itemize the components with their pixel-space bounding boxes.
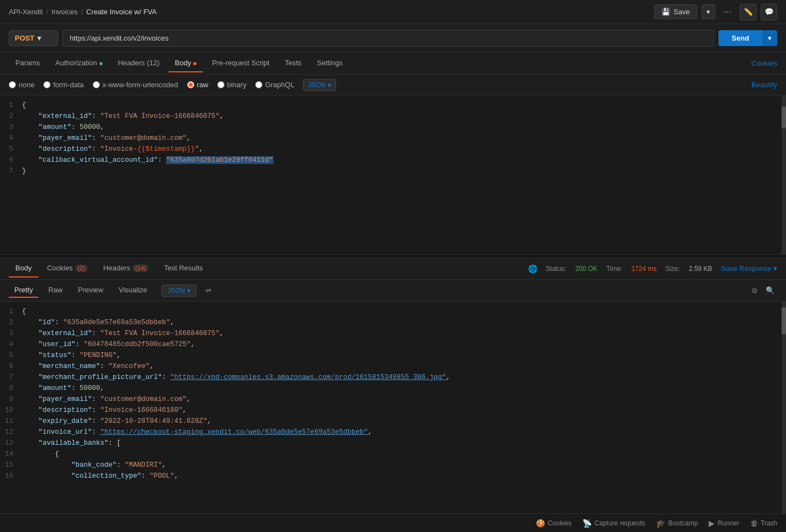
response-line-2: 2 "id": "635a0de5e57e69a53e5dbbeb",	[0, 317, 786, 328]
response-json-chevron-icon: ▾	[187, 287, 190, 295]
send-chevron-button[interactable]: ▾	[762, 30, 777, 46]
top-bar-actions: 💾 Save ▾ ··· ✏️ 💬	[654, 4, 777, 20]
response-json-selector[interactable]: JSON ▾	[161, 285, 196, 297]
bootcamp-icon: 🎓	[656, 519, 665, 528]
response-tab-body[interactable]: Body	[9, 259, 38, 278]
code-line-5: 5 "description": "Invoice-{{$timestamp}}…	[0, 144, 786, 155]
copy-response-button[interactable]: ⧉	[750, 284, 759, 297]
tab-headers[interactable]: Headers (12)	[111, 54, 166, 72]
code-line-6: 6 "callback_virtual_account_id": "635a0d…	[0, 155, 786, 166]
breadcrumb: API-Xendit / Invoices / Create Invoice w…	[9, 8, 156, 16]
capture-icon: 📡	[582, 519, 592, 528]
response-line-11: 11 "expiry_date": "2022-10-28T04:49:41.6…	[0, 416, 786, 427]
tab-body[interactable]: Body	[169, 54, 204, 72]
response-line-4: 4 "user_id": "60478485cddb2f500cae5725",	[0, 339, 786, 350]
breadcrumb-api[interactable]: API-Xendit	[9, 8, 43, 16]
footer-trash[interactable]: 🗑 Trash	[750, 519, 777, 528]
footer-capture[interactable]: 📡 Capture requests	[582, 519, 645, 528]
code-line-2: 2 "external_id": "Test FVA Invoice-16668…	[0, 111, 786, 122]
save-icon: 💾	[661, 8, 670, 16]
send-group: Send ▾	[718, 30, 777, 46]
body-type-none[interactable]: none	[9, 81, 35, 89]
body-type-binary[interactable]: binary	[217, 81, 246, 89]
request-code: 1 { 2 "external_id": "Test FVA Invoice-1…	[0, 95, 786, 181]
save-chevron-button[interactable]: ▾	[701, 4, 715, 19]
footer-cookies[interactable]: 🍪 Cookies	[536, 519, 571, 528]
footer-cookies-label: Cookies	[548, 519, 571, 527]
request-tabs: Params Authorization Headers (12) Body P…	[9, 54, 349, 72]
code-line-3: 3 "amount": 50000,	[0, 122, 786, 133]
save-button[interactable]: 💾 Save	[654, 4, 697, 19]
response-tab-testresults[interactable]: Test Results	[158, 259, 210, 278]
response-format-raw[interactable]: Raw	[43, 283, 68, 298]
tab-authorization[interactable]: Authorization	[49, 54, 109, 72]
response-format-visualize[interactable]: Visualize	[113, 283, 153, 298]
search-response-button[interactable]: 🔍	[763, 284, 777, 297]
more-button[interactable]: ···	[720, 5, 736, 19]
response-format-pretty[interactable]: Pretty	[9, 283, 38, 298]
footer-capture-label: Capture requests	[594, 519, 645, 527]
response-line-14: 14 {	[0, 449, 786, 460]
edit-icon-button[interactable]: ✏️	[740, 4, 756, 20]
footer-bootcamp-label: Bootcamp	[668, 519, 698, 527]
save-response-button[interactable]: Save Response ▾	[721, 264, 777, 273]
response-line-3: 3 "external_id": "Test FVA Invoice-16668…	[0, 328, 786, 339]
footer-bootcamp[interactable]: 🎓 Bootcamp	[656, 519, 698, 528]
body-types: none form-data x-www-form-urlencoded raw…	[9, 79, 336, 91]
request-tabs-bar: Params Authorization Headers (12) Body P…	[0, 53, 786, 75]
response-line-7: 7 "merchant_profile_picture_url": "https…	[0, 372, 786, 383]
response-format-preview[interactable]: Preview	[72, 283, 109, 298]
beautify-button[interactable]: Beautify	[751, 81, 777, 89]
footer-runner-label: Runner	[717, 519, 739, 527]
footer-trash-label: Trash	[761, 519, 777, 527]
response-tab-headers[interactable]: Headers(14)	[97, 259, 155, 278]
body-type-graphql[interactable]: GraphQL	[255, 81, 294, 89]
tab-params[interactable]: Params	[9, 54, 47, 72]
cookies-icon: 🍪	[536, 519, 545, 528]
status-value: 200 OK	[575, 265, 598, 273]
request-body-editor[interactable]: 1 { 2 "external_id": "Test FVA Invoice-1…	[0, 95, 786, 254]
response-line-12: 12 "invoice_url": "https://checkout-stag…	[0, 427, 786, 438]
json-format-selector[interactable]: JSON ▾	[303, 79, 336, 91]
body-type-formdata[interactable]: form-data	[43, 81, 84, 89]
send-button[interactable]: Send	[718, 30, 762, 46]
response-tabs-bar: Body Cookies(2) Headers(14) Test Results…	[0, 258, 786, 280]
body-type-urlencoded[interactable]: x-www-form-urlencoded	[93, 81, 178, 89]
code-line-4: 4 "payer_email": "customer@domain.com",	[0, 133, 786, 144]
response-json-label: JSON	[167, 287, 185, 295]
wrap-icon[interactable]: ⇌	[205, 286, 211, 295]
response-body[interactable]: 1 { 2 "id": "635a0de5e57e69a53e5dbbeb", …	[0, 302, 786, 516]
response-code: 1 { 2 "id": "635a0de5e57e69a53e5dbbeb", …	[0, 302, 786, 486]
footer-runner[interactable]: ▶ Runner	[709, 519, 739, 528]
response-scrollbar[interactable]	[782, 302, 786, 516]
response-tab-cookies[interactable]: Cookies(2)	[41, 259, 94, 278]
method-chevron-icon: ▾	[37, 34, 41, 42]
breadcrumb-invoices[interactable]: Invoices	[52, 8, 78, 16]
body-type-raw[interactable]: raw	[187, 81, 209, 89]
response-tabs: Body Cookies(2) Headers(14) Test Results	[9, 259, 210, 278]
comments-icon-button[interactable]: 💬	[761, 4, 777, 20]
pencil-icon: ✏️	[744, 8, 753, 16]
top-bar: API-Xendit / Invoices / Create Invoice w…	[0, 0, 786, 24]
tab-tests[interactable]: Tests	[278, 54, 308, 72]
body-type-bar: none form-data x-www-form-urlencoded raw…	[0, 75, 786, 95]
time-label: Time:	[607, 265, 623, 273]
tab-prerequest[interactable]: Pre-request Script	[205, 54, 276, 72]
search-icon: 🔍	[766, 286, 775, 295]
method-selector[interactable]: POST ▾	[9, 30, 58, 46]
editor-scrollbar-thumb	[782, 106, 786, 128]
tab-settings[interactable]: Settings	[310, 54, 349, 72]
response-line-1: 1 {	[0, 306, 786, 317]
response-line-10: 10 "description": "Invoice-1666846180",	[0, 405, 786, 416]
response-status-info: 🌐 Status: 200 OK Time: 1724 ms Size: 2.5…	[528, 264, 777, 273]
comment-icon: 💬	[765, 8, 774, 16]
url-input[interactable]	[63, 30, 714, 47]
runner-icon: ▶	[709, 519, 715, 528]
code-line-7: 7 }	[0, 166, 786, 177]
url-bar: POST ▾ Send ▾	[0, 24, 786, 53]
response-format-bar: Pretty Raw Preview Visualize JSON ▾ ⇌ ⧉ …	[0, 280, 786, 302]
footer: 🍪 Cookies 📡 Capture requests 🎓 Bootcamp …	[0, 513, 786, 532]
response-line-5: 5 "status": "PENDING",	[0, 350, 786, 361]
cookies-link[interactable]: Cookies	[751, 59, 777, 67]
editor-scrollbar[interactable]	[782, 95, 786, 254]
